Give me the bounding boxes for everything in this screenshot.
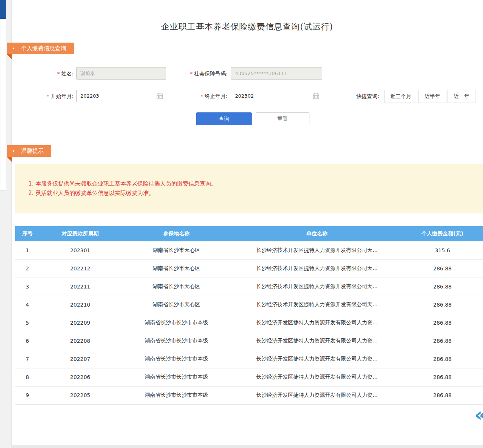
col-header-period: 对应费款所属期 <box>40 226 121 241</box>
col-header-amount: 个人缴费金额(元) <box>402 226 483 241</box>
quick-query-last-3-months-button[interactable]: 近三个月 <box>384 90 417 103</box>
table-row: 3202211湖南省长沙市天心区长沙经济技术开发区捷特人力资源开发有限公司天..… <box>15 278 483 296</box>
name-input[interactable] <box>76 67 166 80</box>
payment-records-table: 序号 对应费款所属期 参保地名称 单位名称 个人缴费金额(元) 1202301湖… <box>15 226 483 405</box>
end-month-input[interactable] <box>231 90 322 102</box>
ssn-field-label: *社会保障号码: <box>166 71 228 77</box>
col-header-insured-place: 参保地名称 <box>121 226 232 241</box>
section-badge-label: 个人缴费信息查询 <box>21 45 66 52</box>
table-row: 5202209湖南省长沙市长沙市市本级长沙经济开发区捷特人力资源开发有限公司人力… <box>15 314 483 332</box>
bottom-scrollbar-track[interactable] <box>11 445 483 448</box>
collapsed-sidebar <box>0 0 6 191</box>
name-field-label: *姓名: <box>23 71 74 77</box>
table-row: 2202212湖南省长沙市天心区长沙经济技术开发区捷特人力资源开发有限公司天..… <box>15 259 483 278</box>
required-asterisk: * <box>190 71 193 77</box>
sidebar-blue-tab[interactable] <box>0 0 6 19</box>
table-row: 1202301湖南省长沙市天心区长沙经济技术开发区捷特人力资源开发有限公司天..… <box>15 241 483 259</box>
table-row: 4202210湖南省长沙市天心区长沙经济技术开发区捷特人力资源开发有限公司天..… <box>15 296 483 314</box>
page-title: 企业职工基本养老保险缴费信息查询(试运行) <box>11 21 483 32</box>
end-month-field-label: *终止年月: <box>166 93 228 100</box>
table-row: 7202207湖南省长沙市长沙市市本级长沙经济开发区捷特人力资源开发有限公司人力… <box>15 350 483 368</box>
required-asterisk: * <box>57 71 60 77</box>
quick-query-last-year-button[interactable]: 近一年 <box>448 90 475 103</box>
query-button[interactable]: 查询 <box>196 112 252 125</box>
section-badge-tips: •温馨提示 <box>7 145 51 157</box>
col-header-employer: 单位名称 <box>232 226 402 241</box>
social-security-number-input[interactable] <box>231 67 322 80</box>
table-row: 6202208湖南省长沙市长沙市市本级长沙经济开发区捷特人力资源开发有限公司人力… <box>15 332 483 350</box>
badge-fold-decoration <box>7 54 12 60</box>
tips-notice-box: 1. 本服务仅提供尚未领取企业职工基本养老保险待遇人员的缴费信息查询。 2. 灵… <box>15 164 483 213</box>
quick-query-button-group: 近三个月 近半年 近一年 <box>384 90 475 103</box>
badge-bullet-icon: • <box>12 145 15 157</box>
required-asterisk: * <box>47 94 49 99</box>
section-badge-personal-query: •个人缴费信息查询 <box>7 43 74 54</box>
col-header-seq: 序号 <box>15 226 40 241</box>
required-asterisk: * <box>201 94 203 99</box>
table-row: 8202206湖南省长沙市长沙市市本级长沙经济开发区捷特人力资源开发有限公司人力… <box>15 368 483 386</box>
quick-query-label: 快捷查询: <box>341 93 379 100</box>
start-month-input[interactable] <box>76 90 166 102</box>
calendar-icon[interactable] <box>157 93 163 99</box>
badge-fold-decoration <box>7 157 12 162</box>
start-month-field-label: *开始年月: <box>23 93 74 100</box>
badge-bullet-icon: • <box>12 43 15 54</box>
quick-query-last-half-year-button[interactable]: 近半年 <box>418 90 446 103</box>
calendar-icon[interactable] <box>313 93 319 99</box>
tip-line: 1. 本服务仅提供尚未领取企业职工基本养老保险待遇人员的缴费信息查询。 <box>28 179 475 189</box>
collapse-panel-chevron-icon[interactable]: « <box>475 407 483 423</box>
tip-line: 2. 灵活就业人员的缴费单位信息以实际缴费为准。 <box>28 189 475 198</box>
section-badge-label: 温馨提示 <box>21 147 44 154</box>
table-row: 9202205湖南省长沙市长沙市市本级长沙经济开发区捷特人力资源开发有限公司人力… <box>15 386 483 404</box>
table-header-row: 序号 对应费款所属期 参保地名称 单位名称 个人缴费金额(元) <box>15 226 483 241</box>
reset-button[interactable]: 重置 <box>256 112 309 125</box>
